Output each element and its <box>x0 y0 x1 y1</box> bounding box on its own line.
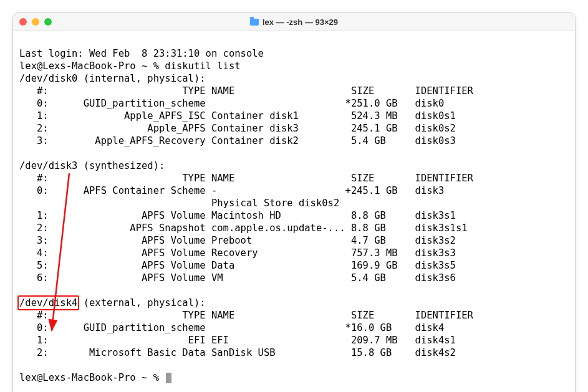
maximize-icon[interactable] <box>44 18 52 26</box>
table-row: 5: APFS Volume Data 169.9 GB disk3s5 <box>19 260 456 271</box>
table-row: 1: Apple_APFS_ISC Container disk1 524.3 … <box>19 110 456 122</box>
table-row: 2: APFS Snapshot com.apple.os.update-...… <box>19 222 468 234</box>
ps1: lex@Lexs-MacBook-Pro ~ % <box>19 372 165 383</box>
table-row: #: TYPE NAME SIZE IDENTIFIER <box>19 85 473 97</box>
table-row: #: TYPE NAME SIZE IDENTIFIER <box>19 310 473 321</box>
prompt-line-1: lex@Lexs-MacBook-Pro ~ % diskutil list <box>19 60 241 72</box>
traffic-lights <box>19 18 52 26</box>
table-row: #: TYPE NAME SIZE IDENTIFIER <box>19 173 473 184</box>
titlebar[interactable]: lex — -zsh — 93×29 <box>13 13 575 31</box>
table-row: 2: Apple_APFS Container disk3 245.1 GB d… <box>19 123 456 134</box>
terminal-window: lex — -zsh — 93×29 Last login: Wed Feb 8… <box>12 12 576 392</box>
disk0-header: /dev/disk0 (internal, physical): <box>19 73 206 84</box>
ps1: lex@Lexs-MacBook-Pro ~ % <box>19 60 165 72</box>
window-title: lex — -zsh — 93×29 <box>13 17 575 27</box>
table-row: 0: APFS Container Scheme - +245.1 GB dis… <box>19 185 444 196</box>
table-row: 1: EFI EFI 209.7 MB disk4s1 <box>19 335 456 346</box>
cursor <box>166 373 171 383</box>
command: diskutil list <box>165 60 240 72</box>
login-line: Last login: Wed Feb 8 23:31:10 on consol… <box>19 48 264 59</box>
highlight-box: /dev/disk4 <box>17 295 79 310</box>
blank-line <box>19 285 25 296</box>
blank-line <box>19 148 25 159</box>
table-row: 4: APFS Volume Recovery 757.3 MB disk3s3 <box>19 247 456 259</box>
prompt-line-2: lex@Lexs-MacBook-Pro ~ % <box>19 372 171 383</box>
table-row: Physical Store disk0s2 <box>19 198 339 209</box>
disk4-header: /dev/disk4 (external, physical): <box>19 297 206 308</box>
blank-line <box>19 360 25 371</box>
table-row: 2: Microsoft Basic Data SanDisk USB 15.8… <box>19 347 456 358</box>
window-title-text: lex — -zsh — 93×29 <box>263 17 338 27</box>
disk4-suffix: (external, physical): <box>77 297 205 308</box>
folder-icon <box>250 19 259 26</box>
table-row: 0: GUID_partition_scheme *251.0 GB disk0 <box>19 98 444 109</box>
disk3-header: /dev/disk3 (synthesized): <box>19 160 165 171</box>
table-row: 3: Apple_APFS_Recovery Container disk2 5… <box>19 135 456 146</box>
terminal-body[interactable]: Last login: Wed Feb 8 23:31:10 on consol… <box>13 31 575 392</box>
table-row: 3: APFS Volume Preboot 4.7 GB disk3s2 <box>19 235 456 246</box>
table-row: 0: GUID_partition_scheme *16.0 GB disk4 <box>19 322 444 333</box>
table-row: 6: APFS Volume VM 5.4 GB disk3s6 <box>19 272 456 284</box>
close-icon[interactable] <box>19 18 27 26</box>
minimize-icon[interactable] <box>32 18 39 26</box>
table-row: 1: APFS Volume Macintosh HD 8.8 GB disk3… <box>19 210 456 221</box>
